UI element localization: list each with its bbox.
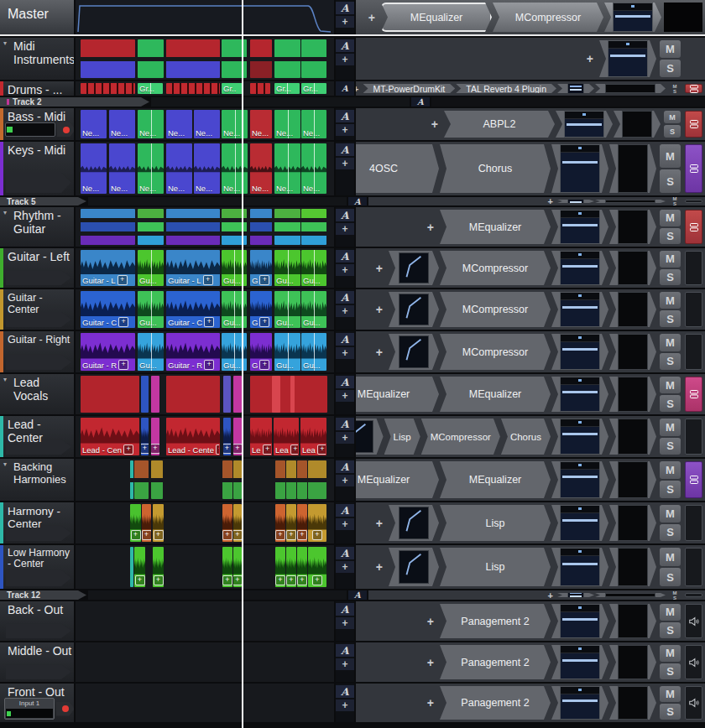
clip[interactable]: +	[153, 504, 164, 542]
clip[interactable]: +	[233, 418, 242, 455]
clip[interactable]: Gu...	[138, 291, 164, 328]
freeze-button[interactable]	[685, 111, 702, 138]
solo-button[interactable]: S	[660, 269, 681, 286]
clip-plus-badge[interactable]: +	[233, 575, 242, 585]
mute-button[interactable]: M	[664, 111, 681, 123]
clip-plus-badge[interactable]: +	[263, 445, 271, 455]
clip[interactable]: +	[308, 504, 326, 542]
clip[interactable]: Lead - Cen+	[81, 418, 139, 455]
plugin-chevron[interactable]: MEqualizer	[440, 461, 551, 498]
clip[interactable]: Guitar - L+	[81, 250, 135, 286]
automation-button[interactable]: A	[348, 590, 367, 600]
clip[interactable]: Ne...	[250, 110, 272, 138]
clip-plus-badge[interactable]: +	[204, 360, 214, 370]
master-volume-automation-curve[interactable]	[76, 0, 334, 34]
add-automation-button[interactable]: +	[336, 16, 354, 28]
plugin-chevron-level-curve[interactable]	[389, 334, 439, 370]
clip[interactable]	[233, 460, 242, 499]
freeze-button[interactable]	[685, 144, 702, 193]
clip[interactable]: Ne...	[194, 110, 220, 138]
folder-collapse-icon[interactable]: ▾	[3, 39, 7, 47]
clip[interactable]: Ne...	[274, 110, 300, 138]
clip[interactable]	[275, 460, 285, 499]
plugin-chevron[interactable]: MEqualizer	[356, 377, 439, 412]
clip[interactable]: Gu...	[274, 333, 300, 371]
clip-lane[interactable]: ++++++++	[76, 545, 334, 589]
add-automation-button[interactable]: +	[336, 223, 354, 235]
clip[interactable]: Gu...	[301, 291, 326, 328]
clip-plus-badge[interactable]: +	[123, 445, 133, 455]
solo-button[interactable]: S	[669, 595, 681, 601]
mute-button[interactable]: M	[660, 40, 681, 58]
clip[interactable]: Ne...	[166, 143, 192, 194]
freeze-button[interactable]	[685, 84, 702, 93]
clip[interactable]: Ne...	[222, 110, 248, 138]
clip[interactable]	[151, 460, 163, 499]
clip-plus-badge[interactable]: +	[154, 530, 164, 540]
clip-plus-badge[interactable]: +	[141, 444, 149, 454]
solo-button[interactable]: S	[660, 524, 681, 542]
add-automation-button[interactable]: +	[336, 264, 354, 276]
clip-plus-badge[interactable]: +	[142, 530, 151, 540]
clip[interactable]	[223, 376, 231, 413]
folder-collapse-icon[interactable]: ▾	[3, 376, 7, 383]
track-header[interactable]: Guitar - Center	[0, 289, 74, 330]
add-automation-button[interactable]: +	[336, 658, 354, 670]
fader-widget[interactable]	[557, 84, 594, 93]
add-plugin-button[interactable]: +	[363, 11, 380, 24]
add-plugin-button[interactable]: +	[371, 560, 388, 574]
clip-plus-badge[interactable]: +	[286, 575, 296, 585]
track-header[interactable]: ▾Lead Vocals	[0, 374, 74, 414]
automation-button[interactable]: A	[336, 2, 354, 14]
automation-button[interactable]: A	[336, 685, 354, 698]
track-header[interactable]: Back - Out	[0, 601, 74, 641]
clip-plus-badge[interactable]: +	[297, 530, 307, 540]
clip-lane[interactable]	[76, 601, 334, 641]
track-header[interactable]: Drums - ...	[0, 81, 74, 96]
empty-slot[interactable]	[685, 419, 702, 455]
solo-button[interactable]: S	[664, 125, 681, 138]
clip-lane[interactable]	[76, 642, 334, 682]
clip[interactable]	[166, 83, 220, 94]
clip[interactable]: +	[151, 418, 159, 455]
clip[interactable]	[81, 209, 135, 245]
monitor-speaker-button[interactable]	[685, 686, 702, 720]
clip[interactable]: Ne...	[109, 110, 135, 138]
automation-button[interactable]: A	[336, 376, 354, 388]
clip[interactable]	[274, 209, 300, 245]
freeze-button[interactable]	[685, 210, 702, 244]
clip[interactable]	[222, 460, 232, 499]
add-automation-button[interactable]: +	[336, 158, 354, 169]
empty-slot[interactable]	[685, 251, 702, 285]
add-plugin-button[interactable]: +	[356, 84, 363, 94]
solo-button[interactable]: S	[669, 89, 681, 94]
empty-slot[interactable]	[685, 334, 702, 370]
clip[interactable]: Guitar - C+	[81, 291, 135, 328]
empty-slot[interactable]	[685, 505, 702, 541]
track-header[interactable]: Guitar - Right	[0, 331, 74, 372]
clip[interactable]: Ne...	[138, 110, 164, 138]
clip[interactable]: +	[130, 504, 141, 542]
track-header[interactable]: Middle - Out	[0, 642, 74, 682]
clip[interactable]: Gu...	[138, 333, 164, 371]
clip-lane[interactable]: Gr...Gr..Gr...Gr...	[76, 81, 334, 96]
clip[interactable]: +	[141, 418, 149, 455]
clip[interactable]	[166, 376, 220, 413]
clip[interactable]: +	[233, 547, 242, 587]
clip[interactable]: Ne...	[301, 143, 326, 194]
add-automation-button[interactable]: +	[336, 124, 354, 136]
playhead-cursor[interactable]	[242, 0, 243, 728]
clip[interactable]: G+	[250, 291, 272, 328]
clip[interactable]: Le+	[250, 418, 272, 455]
clip-plus-badge[interactable]: +	[135, 575, 145, 585]
plugin-chevron-level-curve[interactable]	[389, 292, 439, 327]
automation-button[interactable]: A	[336, 39, 354, 52]
automation-button[interactable]: A	[336, 209, 354, 221]
clip-plus-badge[interactable]: +	[223, 444, 231, 454]
clip-lane[interactable]: Guitar - C+Gu...Guitar - C+Gu...G+Gu...G…	[76, 289, 334, 330]
automation-button[interactable]: A	[336, 333, 354, 346]
clip-plus-badge[interactable]: +	[259, 317, 269, 327]
record-arm-button[interactable]	[56, 702, 74, 716]
clip-lane[interactable]	[76, 207, 334, 247]
clip-plus-badge[interactable]: +	[297, 575, 307, 585]
